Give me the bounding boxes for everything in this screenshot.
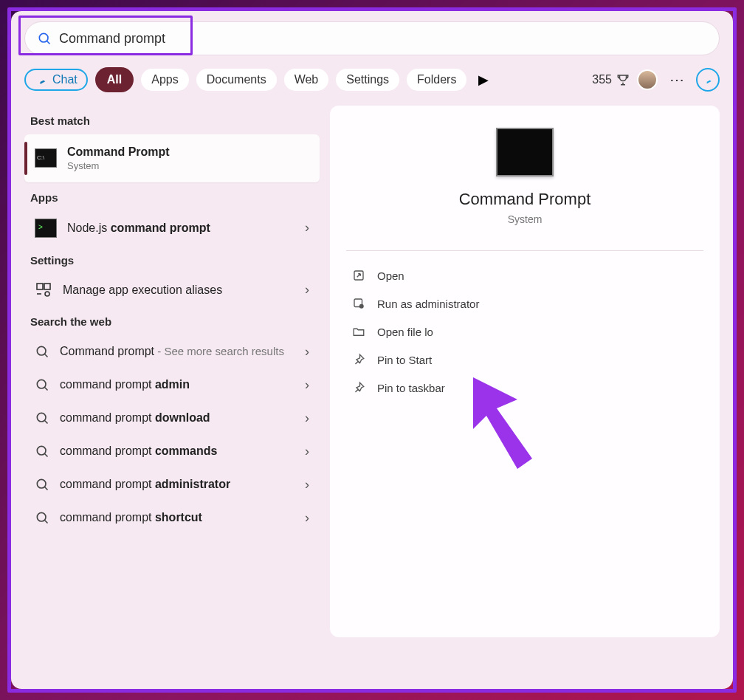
chevron-right-icon: › bbox=[305, 444, 309, 459]
trophy-icon bbox=[616, 73, 630, 86]
section-settings: Settings bbox=[24, 245, 320, 274]
chevron-right-icon: › bbox=[305, 510, 309, 526]
web-bold: download bbox=[155, 411, 210, 424]
bing-icon bbox=[702, 74, 714, 86]
settings-alias-icon bbox=[35, 281, 52, 299]
points-value: 355 bbox=[592, 73, 612, 86]
search-icon bbox=[35, 344, 49, 359]
chat-label: Chat bbox=[52, 73, 78, 86]
filter-apps[interactable]: Apps bbox=[141, 69, 188, 91]
action-pinstart-label: Pin to Start bbox=[377, 354, 432, 366]
svg-line-14 bbox=[45, 487, 48, 490]
filter-folders[interactable]: Folders bbox=[407, 69, 466, 91]
cmd-icon bbox=[35, 148, 57, 168]
svg-line-6 bbox=[45, 354, 48, 357]
bing-chat-icon bbox=[35, 73, 48, 86]
web-prefix: command prompt bbox=[60, 378, 155, 391]
chevron-right-icon: › bbox=[305, 411, 309, 426]
shield-admin-icon bbox=[352, 297, 365, 310]
section-web: Search the web bbox=[24, 306, 320, 335]
best-title: Command Prompt bbox=[67, 145, 170, 158]
divider bbox=[346, 250, 703, 251]
pin-icon bbox=[352, 381, 365, 394]
detail-app-icon bbox=[496, 128, 554, 176]
action-pin-start[interactable]: Pin to Start bbox=[346, 346, 703, 374]
web-result-0[interactable]: Command prompt - See more search results… bbox=[24, 335, 320, 368]
action-open[interactable]: Open bbox=[346, 261, 703, 289]
web-bold: admin bbox=[155, 378, 190, 391]
filter-documents[interactable]: Documents bbox=[196, 69, 277, 91]
svg-point-11 bbox=[37, 447, 46, 456]
svg-point-15 bbox=[37, 513, 46, 522]
folder-icon bbox=[352, 325, 365, 338]
filter-web-label: Web bbox=[294, 73, 319, 86]
web-result-1[interactable]: command prompt admin › bbox=[24, 368, 320, 402]
search-input[interactable] bbox=[59, 31, 707, 47]
chat-chip[interactable]: Chat bbox=[24, 69, 88, 91]
open-icon bbox=[352, 269, 365, 282]
filter-documents-label: Documents bbox=[207, 73, 266, 86]
app-result-nodejs[interactable]: Node.js command prompt › bbox=[24, 211, 320, 245]
filter-all-label: All bbox=[107, 73, 122, 86]
action-fileloc-label: Open file lo bbox=[377, 326, 433, 338]
svg-point-7 bbox=[37, 380, 46, 389]
action-open-file-location[interactable]: Open file lo bbox=[346, 318, 703, 346]
pin-icon bbox=[352, 353, 365, 366]
filter-settings[interactable]: Settings bbox=[336, 69, 399, 91]
web-prefix: command prompt bbox=[60, 511, 155, 524]
search-icon bbox=[35, 510, 49, 525]
web-result-2[interactable]: command prompt download › bbox=[24, 402, 320, 435]
filter-all[interactable]: All bbox=[95, 67, 134, 92]
web-bold: commands bbox=[155, 445, 217, 457]
action-pin-taskbar[interactable]: Pin to taskbar bbox=[346, 374, 703, 402]
web-prefix: command prompt bbox=[60, 445, 155, 457]
chevron-right-icon: › bbox=[305, 377, 309, 393]
web-prefix: Command prompt bbox=[60, 345, 154, 357]
user-avatar[interactable] bbox=[637, 69, 658, 90]
best-match-result[interactable]: Command Prompt System bbox=[24, 134, 320, 182]
action-open-label: Open bbox=[377, 270, 404, 282]
best-sub: System bbox=[67, 160, 309, 172]
search-icon bbox=[35, 377, 49, 392]
web-hint: - See more search results bbox=[154, 345, 284, 357]
chevron-right-icon: › bbox=[305, 344, 309, 360]
section-apps: Apps bbox=[24, 182, 320, 211]
action-run-admin[interactable]: Run as administrator bbox=[346, 289, 703, 318]
settings-label: Manage app execution aliases bbox=[63, 283, 294, 297]
filter-web[interactable]: Web bbox=[284, 69, 329, 91]
filter-folders-label: Folders bbox=[417, 73, 456, 86]
action-pintaskbar-label: Pin to taskbar bbox=[377, 382, 445, 394]
svg-point-13 bbox=[37, 480, 46, 489]
more-filters-icon[interactable]: ▶ bbox=[478, 72, 489, 88]
web-bold: administrator bbox=[155, 478, 230, 490]
svg-point-5 bbox=[37, 347, 46, 356]
search-icon bbox=[37, 31, 52, 46]
search-box[interactable] bbox=[24, 21, 720, 55]
settings-result-aliases[interactable]: Manage app execution aliases › bbox=[24, 274, 320, 306]
web-result-5[interactable]: command prompt shortcut › bbox=[24, 501, 320, 535]
svg-point-9 bbox=[37, 414, 46, 422]
web-result-3[interactable]: command prompt commands › bbox=[24, 435, 320, 468]
search-icon bbox=[35, 411, 49, 425]
chevron-right-icon: › bbox=[305, 220, 309, 236]
web-prefix: command prompt bbox=[60, 478, 155, 490]
filter-settings-label: Settings bbox=[346, 73, 389, 86]
search-icon bbox=[35, 477, 49, 492]
chevron-right-icon: › bbox=[305, 282, 309, 298]
section-best-match: Best match bbox=[24, 106, 320, 134]
detail-subtitle: System bbox=[508, 213, 542, 225]
search-icon bbox=[35, 444, 49, 459]
web-result-4[interactable]: command prompt administrator › bbox=[24, 468, 320, 501]
bing-button[interactable] bbox=[696, 68, 720, 92]
more-options-icon[interactable]: ⋯ bbox=[665, 71, 689, 89]
chevron-right-icon: › bbox=[305, 477, 309, 493]
svg-rect-3 bbox=[44, 284, 50, 289]
action-admin-label: Run as administrator bbox=[377, 298, 479, 310]
svg-line-10 bbox=[45, 421, 48, 424]
rewards-points[interactable]: 355 bbox=[592, 73, 630, 86]
svg-line-16 bbox=[45, 521, 48, 524]
svg-line-8 bbox=[45, 388, 48, 391]
filter-apps-label: Apps bbox=[151, 73, 178, 86]
svg-line-1 bbox=[47, 41, 50, 44]
web-prefix: command prompt bbox=[60, 411, 155, 424]
